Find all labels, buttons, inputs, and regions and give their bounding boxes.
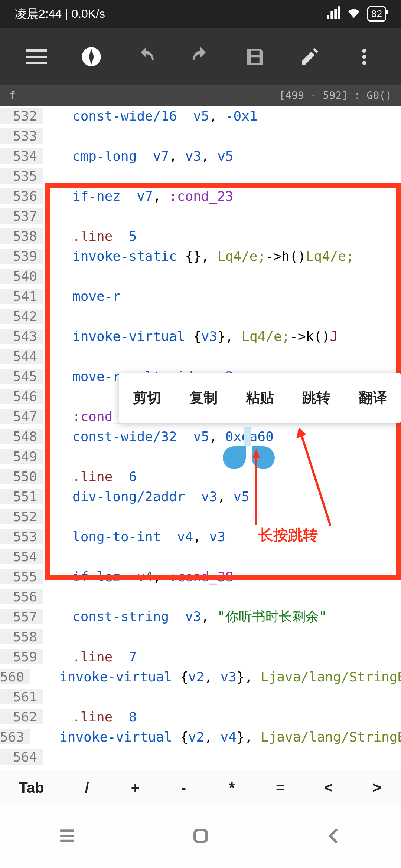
key-eq[interactable]: = [256,770,304,805]
code-content[interactable]: if-lez v4, :cond_38 [43,569,401,584]
code-content[interactable]: invoke-virtual {v3}, Lq4/e;->k()J [43,329,401,344]
code-content[interactable]: invoke-virtual {v2, v4}, Ljava/lang/Stri… [30,729,401,744]
code-content[interactable]: .line 5 [43,228,401,244]
code-line[interactable]: 544 [0,346,401,366]
code-line[interactable]: 550.line 6 [0,466,401,486]
svg-point-3 [362,60,366,65]
code-line[interactable]: 539invoke-static {}, Lq4/e;->h()Lq4/e; [0,246,401,266]
code-line[interactable]: 534cmp-long v7, v3, v5 [0,146,401,166]
code-line[interactable]: 533 [0,126,401,146]
key-tab[interactable]: Tab [0,770,63,805]
undo-button[interactable] [133,44,159,70]
gutter: 551 [0,489,43,504]
key-plus[interactable]: + [111,770,159,805]
battery-icon: 82 [367,6,386,22]
key-lt[interactable]: < [304,770,353,805]
code-line[interactable]: 560invoke-virtual {v2, v3}, Ljava/lang/S… [0,667,401,687]
gutter: 549 [0,449,43,464]
code-line[interactable]: 556 [0,586,401,606]
ctx-translate[interactable]: 翻译 [355,388,391,407]
code-line[interactable]: 536if-nez v7, :cond_23 [0,186,401,206]
code-line[interactable]: 562.line 8 [0,707,401,727]
home-icon[interactable] [190,826,211,848]
overflow-button[interactable] [351,44,377,70]
signal-icon [326,5,340,23]
code-content[interactable]: invoke-static {}, Lq4/e;->h()Lq4/e; [43,249,401,264]
code-line[interactable]: 537 [0,206,401,226]
code-content[interactable]: const-wide/32 v5, 0xea60 [43,429,401,444]
redo-button[interactable] [188,44,213,70]
selection-highlight [244,427,251,446]
editor[interactable]: 剪切 复制 粘贴 跳转 翻译 长按跳转 532const-wide/16 v5,… [0,106,401,770]
code-line[interactable]: 558 [0,627,401,647]
code-content[interactable]: div-long/2addr v3, v5 [43,489,401,504]
recents-icon[interactable] [57,826,77,848]
gutter: 536 [0,188,43,204]
selection-handle-left[interactable] [223,446,246,469]
status-time: 凌晨2:44 | 0.0K/s [15,6,105,22]
code-content[interactable]: invoke-virtual {v2, v3}, Ljava/lang/Stri… [30,669,401,684]
gutter: 558 [0,629,43,644]
key-star[interactable]: * [208,770,256,805]
code-content[interactable]: const-string v3, "你听书时长剩余" [43,608,401,626]
key-slash[interactable]: / [63,770,111,805]
code-line[interactable]: 535 [0,166,401,186]
gutter: 534 [0,148,43,164]
code-content[interactable]: .line 7 [43,649,401,664]
code-line[interactable]: 532const-wide/16 v5, -0x1 [0,106,401,126]
code-line[interactable]: 543invoke-virtual {v3}, Lq4/e;->k()J [0,326,401,346]
key-gt[interactable]: > [353,770,401,805]
code-line[interactable]: 542 [0,306,401,326]
code-content[interactable]: if-nez v7, :cond_23 [43,188,401,204]
nav-left: f [9,89,16,102]
back-icon[interactable] [324,826,345,848]
ctx-cut[interactable]: 剪切 [129,388,165,407]
code-line[interactable]: 563invoke-virtual {v2, v4}, Ljava/lang/S… [0,727,401,747]
save-button[interactable] [242,44,268,70]
code-line[interactable]: 564 [0,747,401,767]
gutter: 542 [0,309,43,324]
gutter: 554 [0,549,43,564]
code-line[interactable]: 551div-long/2addr v3, v5 [0,486,401,506]
code-content[interactable]: .line 6 [43,469,401,484]
nav-right[interactable]: [499 - 592] : G0() [279,89,392,102]
ctx-copy[interactable]: 复制 [186,388,221,407]
code-line[interactable]: 561 [0,687,401,707]
code-content[interactable]: long-to-int v4, v3 [43,529,401,544]
code-line[interactable]: 559.line 7 [0,647,401,667]
code-line[interactable]: 552 [0,506,401,526]
gutter: 560 [0,669,30,684]
code-content[interactable]: cmp-long v7, v3, v5 [43,148,401,164]
gutter: 541 [0,289,43,304]
code-line[interactable]: 548const-wide/32 v5, 0xea60 [0,426,401,446]
svg-rect-11 [195,830,206,842]
code-line[interactable]: 540 [0,266,401,286]
code-line[interactable]: 538.line 5 [0,226,401,246]
gutter: 540 [0,269,43,284]
selection-handle-right[interactable] [252,446,275,469]
status-bar: 凌晨2:44 | 0.0K/s 82 [0,0,401,28]
edit-button[interactable] [297,44,323,70]
toolbar [0,28,401,85]
menu-button[interactable] [24,44,50,70]
annotation-text: 长按跳转 [258,525,318,545]
gutter: 533 [0,128,43,144]
gutter: 538 [0,228,43,244]
nav-row: f [499 - 592] : G0() [0,85,401,106]
ctx-paste[interactable]: 粘贴 [242,388,278,407]
code-line[interactable]: 553long-to-int v4, v3 [0,526,401,546]
code-line[interactable]: 541move-r [0,286,401,306]
key-minus[interactable]: - [159,770,208,805]
code-line[interactable]: 549 [0,446,401,466]
code-line[interactable]: 557const-string v3, "你听书时长剩余" [0,606,401,627]
compass-button[interactable] [78,44,104,70]
code-content[interactable]: move-r [43,289,401,304]
code-line[interactable]: 555if-lez v4, :cond_38 [0,566,401,586]
code-content[interactable]: const-wide/16 v5, -0x1 [43,108,401,124]
ctx-jump[interactable]: 跳转 [299,388,334,407]
gutter: 564 [0,749,43,765]
code-line[interactable]: 554 [0,546,401,566]
gutter: 552 [0,509,43,524]
code-content[interactable]: .line 8 [43,709,401,724]
gutter: 545 [0,369,43,384]
